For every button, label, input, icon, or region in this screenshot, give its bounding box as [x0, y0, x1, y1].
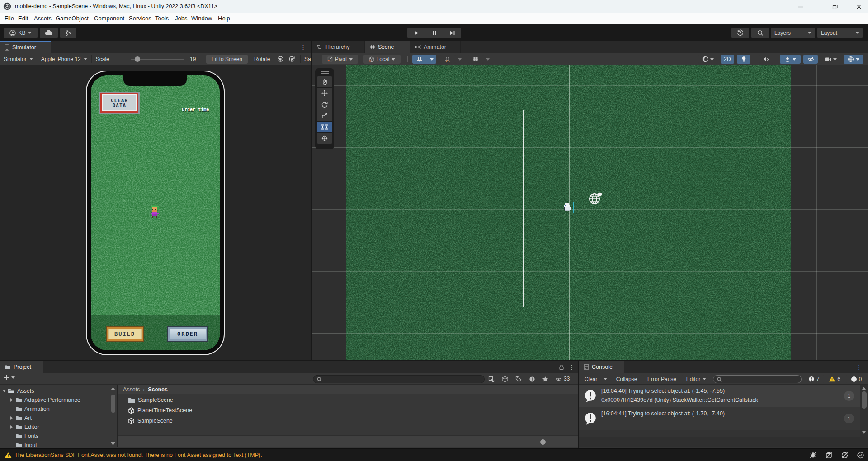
tree-item-assets[interactable]: Assets — [0, 386, 117, 395]
rotate-right-icon[interactable] — [288, 56, 296, 63]
drag-handle-icon[interactable] — [406, 56, 408, 62]
menu-file[interactable]: File — [5, 15, 14, 22]
console-scrollbar[interactable] — [860, 385, 868, 437]
foldout-arrow-icon[interactable] — [3, 390, 6, 392]
scale-tool-button[interactable] — [317, 110, 332, 121]
tab-animator[interactable]: Animator — [410, 41, 461, 53]
restore-button[interactable] — [825, 0, 845, 13]
create-asset-button[interactable] — [4, 375, 15, 381]
tree-item-art[interactable]: Art — [0, 414, 117, 423]
close-button[interactable] — [850, 0, 868, 13]
editor-dropdown[interactable]: Editor — [682, 375, 710, 383]
scroll-up-arrow[interactable] — [862, 387, 866, 390]
order-button[interactable]: ORDER — [168, 327, 207, 341]
search-by-type-icon[interactable] — [488, 376, 495, 382]
tab-scene[interactable]: Scene — [365, 41, 410, 53]
vertical-splitter[interactable] — [311, 41, 312, 361]
clear-options-dropdown[interactable] — [601, 375, 609, 383]
hidden-count-icon[interactable] — [529, 376, 535, 382]
project-menu-icon[interactable]: ⋮ — [569, 364, 575, 371]
view-tool-button[interactable] — [317, 76, 332, 87]
file-item-samplescene[interactable]: SampleScene — [118, 416, 578, 426]
tree-item-adaptive-performance[interactable]: Adaptive Performance — [0, 395, 117, 405]
device-dropdown[interactable]: Apple iPhone 12 — [37, 53, 91, 65]
tool-settings-dropdown[interactable] — [483, 55, 492, 64]
search-by-package-icon[interactable] — [502, 376, 508, 382]
console-search-input[interactable] — [713, 375, 802, 383]
rotate-left-icon[interactable] — [277, 56, 284, 63]
lock-icon[interactable] — [559, 364, 564, 370]
breadcrumb-assets[interactable]: Assets — [123, 386, 140, 393]
search-by-label-icon[interactable] — [515, 376, 522, 382]
file-item-planettimetestscene[interactable]: PlanetTimeTestScene — [118, 405, 578, 415]
debugger-disabled-icon[interactable] — [809, 452, 817, 459]
breadcrumb-scenes[interactable]: Scenes — [148, 386, 168, 393]
foldout-arrow-icon[interactable] — [10, 416, 13, 420]
tool-settings-toggle[interactable] — [468, 55, 483, 64]
2d-mode-toggle[interactable]: 2D — [721, 55, 734, 64]
simulator-menu-icon[interactable]: ⋮ — [300, 44, 306, 51]
log-entry[interactable]: [16:04:41] Trying to select object at: (… — [579, 407, 860, 430]
menu-edit[interactable]: Edit — [18, 15, 28, 22]
clear-button[interactable]: Clear — [581, 375, 601, 383]
scene-lighting-toggle[interactable] — [737, 55, 750, 64]
version-control-button[interactable] — [60, 28, 76, 38]
fit-to-screen-button[interactable]: Fit to Screen — [206, 55, 248, 64]
scene-audio-toggle[interactable] — [760, 55, 773, 64]
grid-snap-options-dropdown[interactable] — [427, 55, 436, 64]
scale-slider[interactable] — [131, 59, 184, 60]
cache-disabled-icon[interactable] — [825, 452, 833, 459]
menu-window[interactable]: Window — [191, 15, 212, 22]
cloud-button[interactable] — [40, 28, 58, 38]
warning-count-toggle[interactable]: 6 — [825, 375, 844, 383]
menu-help[interactable]: Help — [218, 15, 230, 22]
tree-item-animation[interactable]: Animation — [0, 405, 117, 414]
visibility-icon[interactable] — [555, 376, 562, 382]
local-dropdown[interactable]: Local — [363, 55, 401, 64]
status-warning-text[interactable]: The LiberationSans SDF Font Asset was no… — [14, 452, 262, 458]
menu-services[interactable]: Services — [129, 15, 151, 22]
effects-dropdown[interactable] — [780, 55, 801, 64]
tree-scroll-down-arrow[interactable] — [111, 442, 115, 445]
grid-snap-toggle[interactable]: Y — [412, 55, 427, 64]
move-tool-button[interactable] — [317, 88, 332, 99]
search-button[interactable] — [751, 28, 769, 38]
foldout-arrow-icon[interactable] — [10, 398, 13, 402]
selected-sprite[interactable] — [562, 202, 574, 213]
undo-history-button[interactable] — [731, 28, 749, 38]
clear-data-button[interactable]: CLEAR DATA — [100, 93, 138, 113]
globe-gizmo-icon[interactable] — [588, 191, 603, 206]
account-button[interactable]: KB — [4, 28, 38, 38]
menu-assets[interactable]: Assets — [34, 15, 52, 22]
tab-simulator[interactable]: Simulator — [0, 41, 51, 53]
tab-project[interactable]: Project — [0, 361, 43, 373]
collapse-toggle[interactable]: Collapse — [612, 375, 642, 383]
favorites-icon[interactable] — [542, 376, 548, 382]
console-menu-icon[interactable]: ⋮ — [856, 364, 862, 371]
tab-console[interactable]: Console — [579, 361, 624, 373]
rotate-tool-button[interactable] — [317, 99, 332, 110]
scene-viewport[interactable] — [312, 65, 868, 361]
log-count-toggle[interactable]: 7 — [804, 375, 824, 383]
build-button[interactable]: BUILD — [107, 327, 143, 341]
refresh-disabled-icon[interactable] — [841, 452, 849, 459]
menu-component[interactable]: Component — [94, 15, 124, 22]
tree-item-fonts[interactable]: Fonts — [0, 432, 117, 441]
scroll-down-arrow[interactable] — [862, 431, 866, 434]
tree-item-editor[interactable]: Editor — [0, 423, 117, 432]
phone-screen[interactable]: CLEAR DATA Order time — [91, 75, 220, 350]
minimize-button[interactable] — [790, 0, 811, 13]
item-size-slider[interactable] — [541, 442, 569, 442]
bottom-vertical-splitter[interactable] — [578, 361, 579, 448]
error-pause-toggle[interactable]: Error Pause — [643, 375, 680, 383]
tab-hierarchy[interactable]: Hierarchy — [312, 41, 365, 53]
simulator-target-dropdown[interactable]: Simulator — [0, 53, 37, 65]
tree-scroll-up-arrow[interactable] — [111, 387, 115, 390]
log-entry[interactable]: [16:04:40] Trying to select object at: (… — [579, 385, 860, 407]
layout-dropdown[interactable]: Layout — [817, 28, 863, 38]
error-count-toggle[interactable]: 0 — [846, 375, 866, 383]
menu-gameobject[interactable]: GameObject — [56, 15, 89, 22]
overlay-drag-handle[interactable] — [321, 71, 329, 74]
project-search-input[interactable] — [313, 375, 485, 383]
menu-tools[interactable]: Tools — [155, 15, 169, 22]
